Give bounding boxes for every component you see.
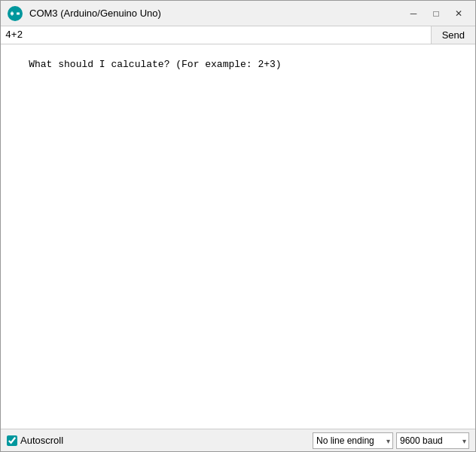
window-controls: ─ □ ✕ (403, 5, 469, 23)
svg-point-0 (8, 6, 23, 21)
autoscroll-area: Autoscroll (7, 435, 310, 446)
svg-rect-2 (17, 12, 20, 14)
line-ending-dropdown-wrapper: No line ending Newline Carriage return B… (313, 432, 393, 449)
arduino-logo-icon (7, 5, 29, 22)
serial-output-area: What should I calculate? (For example: 2… (1, 44, 475, 429)
serial-output-text: What should I calculate? (For example: 2… (29, 59, 281, 70)
minimize-button[interactable]: ─ (403, 5, 424, 23)
close-button[interactable]: ✕ (448, 5, 469, 23)
arduino-serial-monitor-window: COM3 (Arduino/Genuino Uno) ─ □ ✕ Send Wh… (0, 0, 476, 452)
maximize-button[interactable]: □ (426, 5, 447, 23)
svg-rect-3 (12, 11, 13, 16)
autoscroll-checkbox[interactable] (7, 435, 17, 446)
input-row: Send (1, 26, 475, 44)
baud-rate-dropdown[interactable]: 300 baud 1200 baud 2400 baud 4800 baud 9… (396, 432, 469, 449)
status-bar-right: No line ending Newline Carriage return B… (313, 432, 469, 449)
autoscroll-label: Autoscroll (20, 435, 63, 446)
serial-input[interactable] (1, 26, 432, 44)
line-ending-dropdown[interactable]: No line ending Newline Carriage return B… (313, 432, 393, 449)
send-button[interactable]: Send (432, 26, 475, 44)
title-bar: COM3 (Arduino/Genuino Uno) ─ □ ✕ (1, 1, 475, 26)
baud-rate-dropdown-wrapper: 300 baud 1200 baud 2400 baud 4800 baud 9… (396, 432, 469, 449)
status-bar: Autoscroll No line ending Newline Carria… (1, 429, 475, 451)
window-title: COM3 (Arduino/Genuino Uno) (29, 8, 403, 19)
